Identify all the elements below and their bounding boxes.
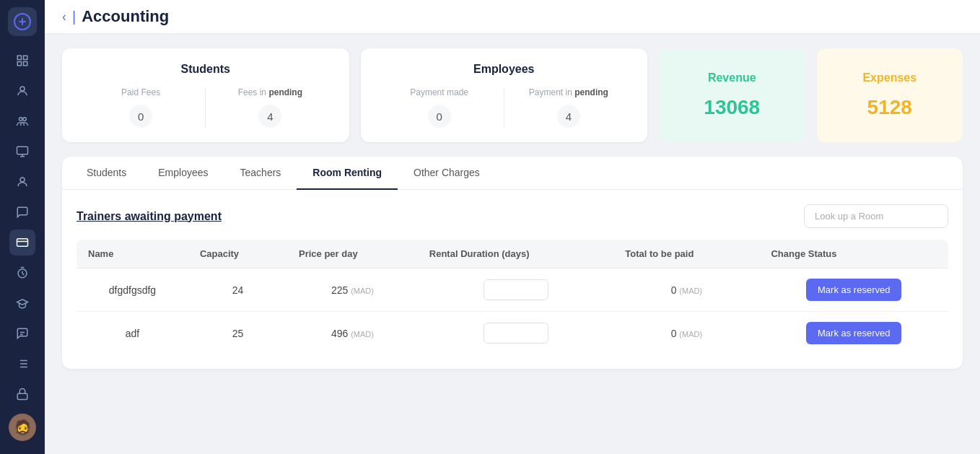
col-price: Price per day [287,240,418,269]
cell-status: Mark as reserved [759,312,948,355]
sidebar: 🧔 [0,0,45,454]
col-duration: Rental Duration (days) [418,240,613,269]
revenue-value: 13068 [704,96,760,119]
mark-reserved-button-1[interactable]: Mark as reserved [806,322,901,344]
cell-duration [418,312,613,355]
paid-fees-metric: Paid Fees 0 [76,87,206,128]
svg-point-6 [19,118,23,121]
payment-made-label: Payment made [410,87,468,97]
rental-duration-input-1[interactable] [484,323,548,344]
cell-total: 0 (MAD) [613,312,759,355]
tab-employees[interactable]: Employees [142,157,224,190]
header-divider: | [72,9,76,25]
sidebar-item-group[interactable] [9,108,35,134]
svg-rect-12 [17,393,27,399]
paid-fees-value: 0 [129,105,152,128]
tabs-section: Students Employees Teachers Room Renting… [62,157,963,369]
sidebar-item-dashboard[interactable] [9,48,35,74]
svg-rect-3 [17,62,21,66]
tab-other-charges[interactable]: Other Charges [398,157,496,190]
sidebar-item-user2[interactable] [9,169,35,195]
paid-fees-label: Paid Fees [121,87,160,97]
payment-made-value: 0 [428,105,451,128]
tabs-bar: Students Employees Teachers Room Renting… [62,157,963,190]
sidebar-item-chat[interactable] [9,199,35,225]
content-area: Students Paid Fees 0 Fees in pending 4 E… [45,34,980,454]
svg-rect-4 [24,62,27,66]
sidebar-item-list[interactable] [9,351,35,377]
sidebar-item-lock[interactable] [9,381,35,407]
table-header-row-el: Name Capacity Price per day Rental Durat… [76,240,948,269]
col-status: Change Status [759,240,948,269]
cell-name: adf [76,312,188,355]
fees-pending-value: 4 [258,105,281,128]
cell-name: dfgdfgsdfg [76,269,188,312]
expenses-card: Expenses 5128 [817,48,963,142]
page-title: Accounting [82,7,169,26]
revenue-card: Revenue 13068 [659,48,805,142]
sidebar-item-messages[interactable] [9,320,35,346]
cell-price: 496 (MAD) [287,312,418,355]
room-renting-table-section: Trainers awaiting payment Name Capacity … [62,190,963,369]
cell-capacity: 25 [188,312,287,355]
employees-card: Employees Payment made 0 Payment in pend… [361,48,648,142]
expenses-value: 5128 [867,96,912,119]
table-row: adf 25 496 (MAD) 0 (MAD) Mark as reserve… [76,312,948,355]
tab-teachers[interactable]: Teachers [224,157,297,190]
sidebar-item-person[interactable] [9,78,35,104]
svg-rect-10 [17,239,28,247]
payment-pending-label: Payment in pending [529,87,608,97]
fees-pending-label: Fees in pending [238,87,302,97]
cell-capacity: 24 [188,269,287,312]
payment-pending-value: 4 [557,105,580,128]
payment-pending-metric: Payment in pending 4 [504,87,633,128]
payment-made-metric: Payment made 0 [375,87,504,128]
sidebar-item-timer[interactable] [9,260,35,286]
expenses-card-title: Expenses [862,71,916,84]
col-name: Name [76,240,188,269]
employees-card-title: Employees [375,63,634,76]
students-card: Students Paid Fees 0 Fees in pending 4 [62,48,349,142]
avatar[interactable]: 🧔 [9,414,36,441]
cell-price: 225 (MAD) [287,269,418,312]
rooms-table: Name Capacity Price per day Rental Durat… [76,240,948,354]
summary-cards: Students Paid Fees 0 Fees in pending 4 E… [62,48,963,142]
table-section-title: Trainers awaiting payment [76,210,222,223]
tab-students[interactable]: Students [71,157,142,190]
sidebar-logo[interactable] [8,7,37,36]
room-search-input[interactable] [804,204,948,228]
mark-reserved-button-0[interactable]: Mark as reserved [806,279,901,301]
sidebar-item-monitor[interactable] [9,139,35,165]
students-metrics: Paid Fees 0 Fees in pending 4 [76,87,335,128]
table-header-row: Trainers awaiting payment [76,204,948,228]
cell-status: Mark as reserved [759,269,948,312]
students-card-title: Students [76,63,335,76]
fees-pending-metric: Fees in pending 4 [206,87,334,128]
cell-duration [418,269,613,312]
employees-metrics: Payment made 0 Payment in pending 4 [375,87,634,128]
header: ‹ | Accounting [45,0,980,34]
svg-rect-8 [17,147,28,154]
sidebar-item-graduation[interactable] [9,290,35,316]
back-button[interactable]: ‹ [62,9,66,25]
tab-room-renting[interactable]: Room Renting [297,157,398,190]
svg-point-9 [20,178,25,182]
svg-point-7 [23,118,27,121]
main-content: ‹ | Accounting Students Paid Fees 0 Fees… [45,0,980,454]
svg-rect-2 [24,56,27,59]
sidebar-item-accounting[interactable] [9,230,35,256]
rental-duration-input-0[interactable] [484,279,548,300]
svg-rect-1 [17,56,21,59]
table-row: dfgdfgsdfg 24 225 (MAD) 0 (MAD) Mark as … [76,269,948,312]
svg-point-5 [20,87,25,91]
col-capacity: Capacity [188,240,287,269]
col-total: Total to be paid [613,240,759,269]
cell-total: 0 (MAD) [613,269,759,312]
revenue-card-title: Revenue [708,71,756,84]
